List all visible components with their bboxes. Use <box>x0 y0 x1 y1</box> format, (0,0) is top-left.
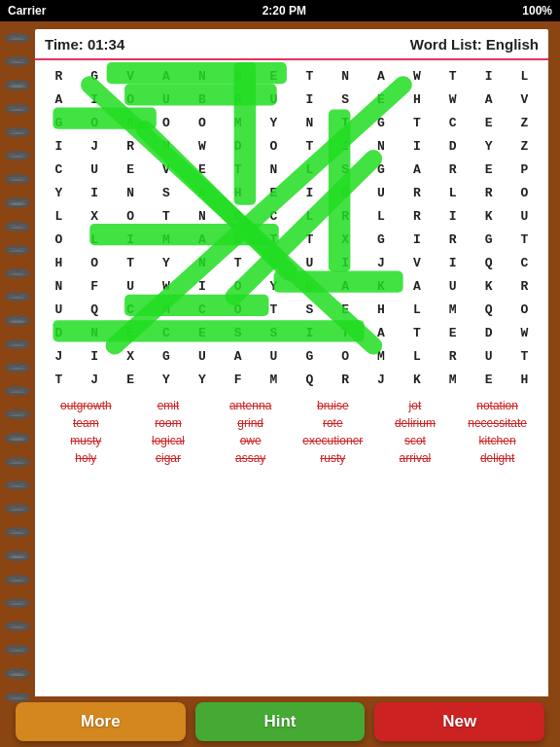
grid-cell-11-9[interactable]: A <box>364 321 400 344</box>
grid-cell-12-7[interactable]: G <box>292 344 328 368</box>
grid-cell-9-7[interactable]: U <box>292 274 328 298</box>
grid-cell-1-4[interactable]: B <box>184 88 220 111</box>
grid-cell-11-10[interactable]: T <box>399 321 435 344</box>
grid-cell-4-2[interactable]: E <box>113 158 149 181</box>
grid-cell-2-1[interactable]: O <box>77 111 113 134</box>
grid-cell-7-11[interactable]: R <box>435 228 471 251</box>
grid-cell-5-5[interactable]: H <box>220 181 256 204</box>
grid-cell-7-10[interactable]: I <box>399 228 435 251</box>
grid-cell-7-6[interactable]: T <box>256 228 292 251</box>
grid-cell-3-11[interactable]: D <box>435 134 471 158</box>
grid-cell-4-12[interactable]: E <box>471 158 507 181</box>
grid-cell-9-0[interactable]: N <box>41 274 77 298</box>
grid-cell-4-11[interactable]: R <box>435 158 471 181</box>
grid-cell-9-8[interactable]: A <box>328 274 364 298</box>
grid-cell-10-7[interactable]: S <box>292 298 328 321</box>
grid-cell-2-2[interactable]: R <box>113 111 149 134</box>
grid-cell-1-1[interactable]: I <box>77 88 113 111</box>
grid-cell-4-8[interactable]: S <box>328 158 364 181</box>
grid-cell-0-2[interactable]: V <box>113 64 149 88</box>
grid-cell-4-0[interactable]: C <box>41 158 77 181</box>
grid-cell-10-0[interactable]: U <box>41 298 77 321</box>
grid-cell-8-10[interactable]: V <box>399 251 435 274</box>
grid-cell-12-12[interactable]: U <box>471 344 507 368</box>
grid-cell-6-6[interactable]: C <box>256 204 292 228</box>
grid-cell-7-0[interactable]: O <box>41 228 77 251</box>
grid-cell-0-10[interactable]: W <box>399 64 435 88</box>
grid-cell-13-5[interactable]: F <box>220 368 256 391</box>
grid-cell-12-3[interactable]: G <box>149 344 185 368</box>
grid-cell-3-12[interactable]: Y <box>471 134 507 158</box>
grid-cell-10-6[interactable]: T <box>256 298 292 321</box>
grid-cell-13-1[interactable]: J <box>77 368 113 391</box>
grid-cell-5-8[interactable]: O <box>328 181 364 204</box>
grid-cell-10-8[interactable]: E <box>328 298 364 321</box>
grid-cell-11-1[interactable]: N <box>77 321 113 344</box>
grid-cell-0-13[interactable]: L <box>507 64 542 88</box>
grid-cell-11-13[interactable]: W <box>507 321 542 344</box>
grid-cell-13-7[interactable]: Q <box>292 368 328 391</box>
grid-cell-7-1[interactable]: L <box>77 228 113 251</box>
grid-cell-5-0[interactable]: Y <box>41 181 77 204</box>
grid-cell-2-5[interactable]: M <box>220 111 256 134</box>
grid-cell-1-13[interactable]: V <box>507 88 542 111</box>
grid-cell-11-6[interactable]: S <box>256 321 292 344</box>
grid-cell-0-5[interactable]: N <box>220 64 256 88</box>
grid-cell-9-3[interactable]: W <box>149 274 185 298</box>
grid-cell-8-5[interactable]: T <box>220 251 256 274</box>
grid-cell-3-13[interactable]: Z <box>507 134 542 158</box>
grid-cell-13-8[interactable]: R <box>328 368 364 391</box>
grid-cell-12-5[interactable]: A <box>220 344 256 368</box>
grid-cell-7-5[interactable]: E <box>220 228 256 251</box>
grid-cell-10-1[interactable]: Q <box>77 298 113 321</box>
grid-cell-3-0[interactable]: I <box>41 134 77 158</box>
grid-cell-9-11[interactable]: U <box>435 274 471 298</box>
grid-cell-10-4[interactable]: C <box>184 298 220 321</box>
grid-cell-1-3[interactable]: U <box>149 88 185 111</box>
grid-cell-8-8[interactable]: I <box>328 251 364 274</box>
grid-cell-6-12[interactable]: K <box>471 204 507 228</box>
new-button[interactable]: New <box>374 702 544 741</box>
grid-cell-7-12[interactable]: G <box>471 228 507 251</box>
grid-cell-2-4[interactable]: O <box>184 111 220 134</box>
grid-cell-5-12[interactable]: R <box>471 181 507 204</box>
grid-cell-1-11[interactable]: W <box>435 88 471 111</box>
grid-cell-0-3[interactable]: A <box>149 64 185 88</box>
grid-cell-2-0[interactable]: G <box>41 111 77 134</box>
grid-cell-9-1[interactable]: F <box>77 274 113 298</box>
grid-cell-12-10[interactable]: L <box>399 344 435 368</box>
grid-cell-10-2[interactable]: C <box>113 298 149 321</box>
grid-cell-2-3[interactable]: O <box>149 111 185 134</box>
grid-cell-2-10[interactable]: T <box>399 111 435 134</box>
grid-cell-13-3[interactable]: Y <box>149 368 185 391</box>
grid-cell-1-2[interactable]: O <box>113 88 149 111</box>
grid-cell-4-5[interactable]: T <box>220 158 256 181</box>
grid-cell-1-0[interactable]: A <box>41 88 77 111</box>
grid-cell-8-1[interactable]: O <box>77 251 113 274</box>
grid-cell-9-12[interactable]: K <box>471 274 507 298</box>
grid-cell-6-1[interactable]: X <box>77 204 113 228</box>
grid-cell-6-9[interactable]: L <box>364 204 400 228</box>
grid-cell-6-8[interactable]: R <box>328 204 364 228</box>
grid-cell-12-0[interactable]: J <box>41 344 77 368</box>
grid-cell-13-2[interactable]: E <box>113 368 149 391</box>
grid-cell-11-4[interactable]: E <box>184 321 220 344</box>
grid-cell-3-7[interactable]: T <box>292 134 328 158</box>
grid-cell-4-3[interactable]: V <box>149 158 185 181</box>
grid-cell-7-2[interactable]: I <box>113 228 149 251</box>
grid-cell-2-8[interactable]: T <box>328 111 364 134</box>
grid-cell-0-11[interactable]: T <box>435 64 471 88</box>
grid-cell-9-13[interactable]: R <box>507 274 542 298</box>
grid-cell-7-3[interactable]: M <box>149 228 185 251</box>
grid-cell-6-7[interactable]: L <box>292 204 328 228</box>
grid-cell-6-13[interactable]: U <box>507 204 542 228</box>
grid-cell-13-11[interactable]: M <box>435 368 471 391</box>
grid-cell-10-10[interactable]: L <box>399 298 435 321</box>
grid-cell-8-13[interactable]: C <box>507 251 542 274</box>
grid-cell-13-9[interactable]: J <box>364 368 400 391</box>
grid-cell-1-9[interactable]: E <box>364 88 400 111</box>
grid-cell-0-12[interactable]: I <box>471 64 507 88</box>
grid-cell-11-7[interactable]: I <box>292 321 328 344</box>
grid-cell-5-9[interactable]: U <box>364 181 400 204</box>
grid-cell-5-1[interactable]: I <box>77 181 113 204</box>
